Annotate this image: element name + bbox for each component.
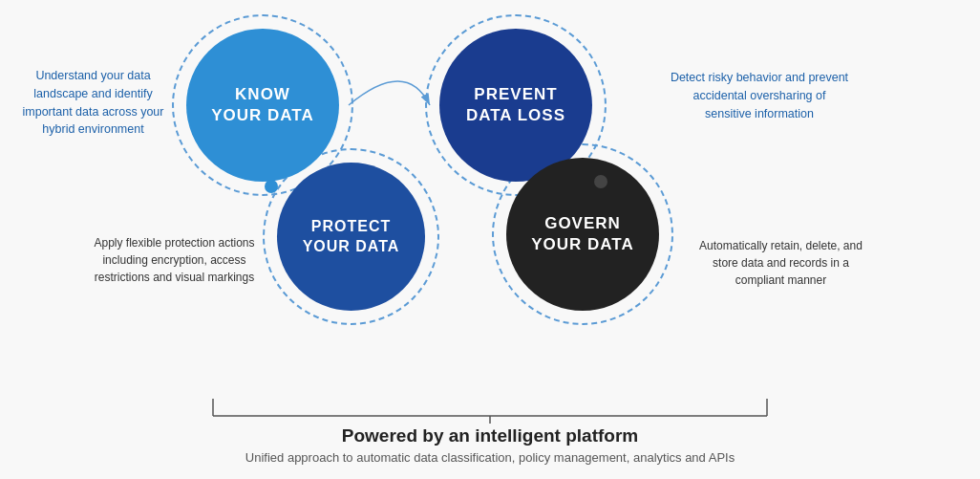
circle-protect-line2: YOUR DATA	[303, 237, 400, 257]
main-container: KNOW YOUR DATA PREVENT DATA LOSS PROTECT…	[0, 0, 980, 479]
circle-prevent-line1: PREVENT	[474, 84, 557, 105]
annotation-know: Understand your data landscape and ident…	[10, 67, 177, 139]
circle-protect-line1: PROTECT	[311, 217, 391, 237]
bottom-title: Powered by an intelligent platform	[342, 425, 638, 446]
circle-know: KNOW YOUR DATA	[186, 29, 339, 182]
bottom-section: Powered by an intelligent platform Unifi…	[0, 387, 980, 479]
indicator-dot-dark	[594, 175, 607, 188]
circles-area: KNOW YOUR DATA PREVENT DATA LOSS PROTECT…	[0, 0, 980, 387]
annotation-govern: Automatically retain, delete, and store …	[697, 237, 864, 289]
circle-govern: GOVERN YOUR DATA	[506, 158, 659, 311]
annotation-prevent: Detect risky behavior and prevent accide…	[669, 69, 850, 122]
circle-protect: PROTECT YOUR DATA	[277, 163, 425, 311]
indicator-dot-blue	[265, 180, 278, 193]
circle-govern-line1: GOVERN	[544, 213, 621, 234]
circle-govern-line2: YOUR DATA	[531, 234, 634, 255]
circle-know-line1: KNOW	[235, 84, 290, 105]
circle-know-line2: YOUR DATA	[211, 105, 314, 126]
bottom-subtitle: Unified approach to automatic data class…	[245, 450, 735, 465]
annotation-protect: Apply flexible protection actions includ…	[91, 234, 258, 286]
circle-prevent-line2: DATA LOSS	[466, 105, 565, 126]
brace-svg	[203, 397, 777, 425]
